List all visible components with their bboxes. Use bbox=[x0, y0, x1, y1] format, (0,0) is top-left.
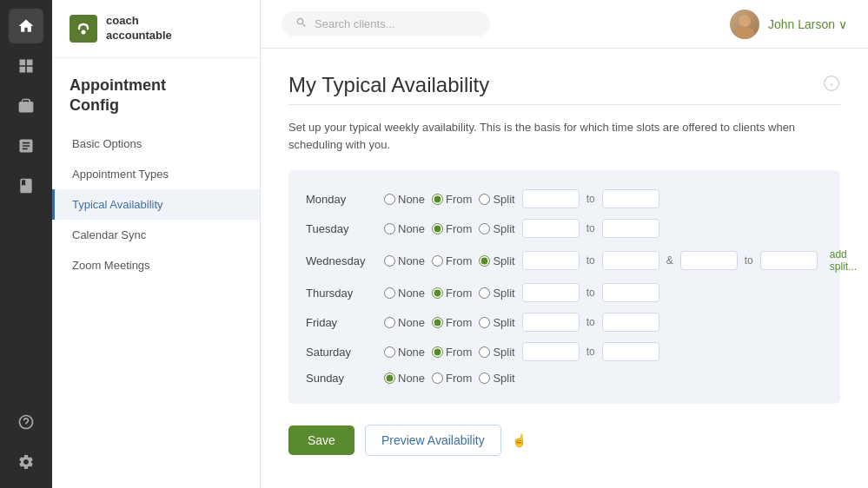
saturday-none-option[interactable]: None bbox=[384, 346, 425, 359]
svg-point-2 bbox=[739, 15, 751, 27]
thursday-to-time[interactable]: 5:00pm bbox=[602, 283, 659, 302]
book-nav-icon[interactable] bbox=[9, 168, 43, 203]
search-placeholder: Search clients... bbox=[315, 17, 395, 30]
friday-from-option[interactable]: From bbox=[432, 316, 472, 329]
page-header: My Typical Availability bbox=[288, 73, 840, 97]
svg-point-1 bbox=[82, 30, 86, 34]
thursday-to-separator: to bbox=[586, 287, 595, 299]
tuesday-to-time[interactable]: 5:00pm bbox=[602, 219, 659, 238]
logo-text: coach accountable bbox=[106, 14, 172, 43]
sidebar: coach accountable Appointment Config Bas… bbox=[52, 0, 261, 488]
wednesday-split-option[interactable]: Split bbox=[479, 254, 514, 267]
saturday-to-time[interactable]: 6:00pm bbox=[602, 342, 659, 361]
cursor-icon: ☝ bbox=[512, 433, 527, 447]
sidebar-logo: coach accountable bbox=[52, 0, 260, 58]
thursday-split-option[interactable]: Split bbox=[479, 287, 514, 300]
avail-row-saturday: Saturday None From Split 6:00am to 6:00p… bbox=[306, 337, 823, 366]
monday-from-option[interactable]: From bbox=[432, 193, 472, 206]
user-name[interactable]: John Larson ∨ bbox=[768, 17, 847, 31]
wednesday-split-to-sep: to bbox=[745, 254, 753, 267]
day-thursday: Thursday bbox=[306, 287, 377, 300]
sidebar-item-basic-options[interactable]: Basic Options bbox=[52, 129, 260, 159]
main-content: Search clients... John Larson ∨ My Typic… bbox=[261, 0, 868, 488]
wednesday-to-time[interactable]: 10:00am bbox=[602, 251, 659, 270]
day-tuesday: Tuesday bbox=[306, 222, 377, 235]
save-button[interactable]: Save bbox=[288, 425, 354, 455]
tuesday-from-time[interactable]: 9:00am bbox=[522, 219, 580, 238]
wednesday-add-split[interactable]: add split... bbox=[830, 248, 857, 273]
sidebar-item-typical-availability[interactable]: Typical Availability bbox=[52, 189, 260, 220]
saturday-from-option[interactable]: From bbox=[432, 346, 472, 359]
gear-nav-icon[interactable] bbox=[9, 445, 43, 479]
saturday-split-option[interactable]: Split bbox=[479, 346, 514, 359]
avail-row-wednesday: Wednesday None From Split 9:00am to 10:0… bbox=[306, 243, 823, 278]
thursday-none-option[interactable]: None bbox=[384, 287, 425, 300]
sunday-split-option[interactable]: Split bbox=[479, 372, 514, 385]
topbar: Search clients... John Larson ∨ bbox=[261, 0, 868, 49]
content-area: My Typical Availability Set up your typi… bbox=[261, 49, 868, 488]
sidebar-nav: Basic Options Appointment Types Typical … bbox=[52, 125, 260, 284]
circle-nav-icon[interactable] bbox=[9, 405, 43, 439]
sidebar-title: Appointment Config bbox=[52, 58, 260, 125]
svg-point-3 bbox=[735, 27, 754, 39]
search-box[interactable]: Search clients... bbox=[282, 11, 490, 36]
wednesday-to-separator: to bbox=[586, 254, 595, 267]
day-monday: Monday bbox=[306, 193, 377, 206]
wednesday-split-to-time[interactable]: 12:00pm bbox=[760, 251, 818, 270]
wednesday-none-option[interactable]: None bbox=[384, 254, 425, 267]
preview-availability-button[interactable]: Preview Availability bbox=[365, 425, 501, 456]
sunday-from-option[interactable]: From bbox=[432, 372, 472, 385]
svg-rect-0 bbox=[74, 19, 93, 38]
sidebar-item-zoom-meetings[interactable]: Zoom Meetings bbox=[52, 250, 260, 280]
page-description: Set up your typical weekly availability.… bbox=[288, 119, 840, 153]
tuesday-to-separator: to bbox=[586, 222, 595, 234]
monday-none-option[interactable]: None bbox=[384, 193, 425, 206]
monday-split-option[interactable]: Split bbox=[479, 193, 514, 206]
nav-bar bbox=[0, 0, 52, 488]
logo-icon bbox=[70, 15, 97, 43]
tuesday-from-option[interactable]: From bbox=[432, 222, 472, 235]
user-area: John Larson ∨ bbox=[730, 10, 847, 39]
monday-to-separator: to bbox=[586, 193, 595, 205]
friday-to-separator: to bbox=[586, 316, 595, 328]
sidebar-item-appointment-types[interactable]: Appointment Types bbox=[52, 159, 260, 189]
saturday-to-separator: to bbox=[586, 346, 595, 358]
wednesday-from-option[interactable]: From bbox=[432, 254, 472, 267]
day-saturday: Saturday bbox=[306, 346, 377, 359]
button-row: Save Preview Availability ☝ bbox=[288, 425, 840, 456]
monday-from-time[interactable]: 9:00am bbox=[522, 189, 580, 208]
friday-none-option[interactable]: None bbox=[384, 316, 425, 329]
avail-row-friday: Friday None From Split 9:00am to 5:00pm bbox=[306, 307, 823, 337]
thursday-from-time[interactable]: 9:00am bbox=[522, 283, 580, 302]
saturday-from-time[interactable]: 6:00am bbox=[522, 342, 580, 361]
availability-table: Monday None From Split 9:00am to 5:00pm … bbox=[288, 170, 840, 404]
avail-row-sunday: Sunday None From Split bbox=[306, 366, 823, 390]
sidebar-item-calendar-sync[interactable]: Calendar Sync bbox=[52, 220, 260, 250]
page-divider bbox=[288, 104, 840, 105]
day-friday: Friday bbox=[306, 316, 377, 329]
home-nav-icon[interactable] bbox=[9, 9, 43, 43]
day-wednesday: Wednesday bbox=[306, 254, 377, 267]
day-sunday: Sunday bbox=[306, 372, 377, 385]
avail-row-monday: Monday None From Split 9:00am to 5:00pm bbox=[306, 184, 823, 214]
avail-row-thursday: Thursday None From Split 9:00am to 5:00p… bbox=[306, 278, 823, 307]
briefcase-nav-icon[interactable] bbox=[9, 89, 43, 123]
friday-to-time[interactable]: 5:00pm bbox=[602, 313, 659, 332]
friday-from-time[interactable]: 9:00am bbox=[522, 313, 580, 332]
page-title: My Typical Availability bbox=[288, 73, 489, 97]
search-icon bbox=[295, 16, 308, 31]
preview-availability-label: Preview Availability bbox=[381, 433, 485, 447]
friday-split-option[interactable]: Split bbox=[479, 316, 514, 329]
tuesday-none-option[interactable]: None bbox=[384, 222, 425, 235]
avail-row-tuesday: Tuesday None From Split 9:00am to 5:00pm bbox=[306, 214, 823, 243]
user-avatar bbox=[730, 10, 759, 39]
thursday-from-option[interactable]: From bbox=[432, 287, 472, 300]
dashboard-nav-icon[interactable] bbox=[9, 49, 43, 83]
chart-nav-icon[interactable] bbox=[9, 129, 43, 163]
wednesday-split-from-time[interactable]: 11:00am bbox=[680, 251, 738, 270]
sunday-none-option[interactable]: None bbox=[384, 372, 425, 385]
wednesday-from-time[interactable]: 9:00am bbox=[522, 251, 580, 270]
hint-icon[interactable] bbox=[823, 75, 840, 96]
monday-to-time[interactable]: 5:00pm bbox=[602, 189, 659, 208]
tuesday-split-option[interactable]: Split bbox=[479, 222, 514, 235]
